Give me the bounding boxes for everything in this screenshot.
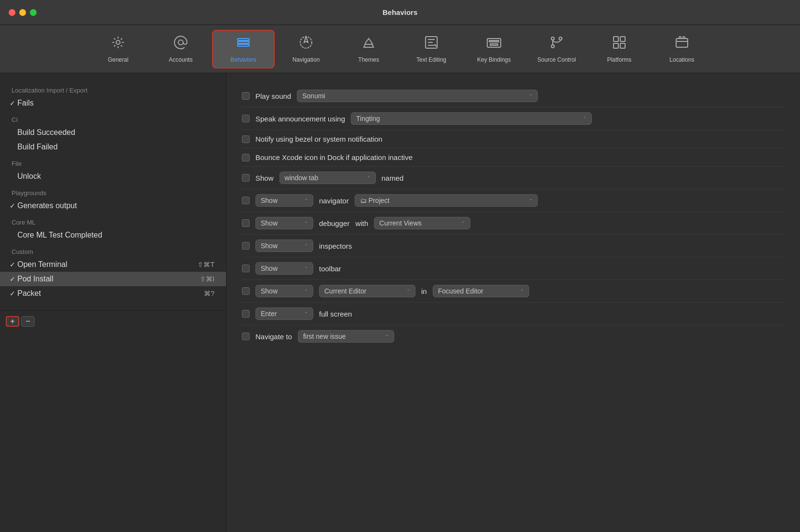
toolbar-item-navigation[interactable]: Navigation bbox=[275, 30, 337, 68]
show-debugger-checkbox[interactable] bbox=[242, 219, 250, 227]
bounce-icon-checkbox[interactable] bbox=[242, 154, 250, 161]
toolbar-item-platforms[interactable]: Platforms bbox=[588, 30, 651, 68]
enter-dropdown[interactable]: Enter ⌃ bbox=[255, 307, 313, 320]
themes-icon bbox=[361, 35, 376, 53]
chevron-icon-5: ⌃ bbox=[529, 198, 533, 203]
sidebar-item-unlock[interactable]: Unlock bbox=[0, 169, 226, 184]
toolbar-item-accounts[interactable]: Accounts bbox=[149, 30, 212, 68]
maximize-button[interactable] bbox=[30, 9, 37, 16]
titlebar: Behaviors bbox=[0, 0, 800, 25]
svg-rect-23 bbox=[613, 43, 618, 48]
focused-editor-value: Focused Editor bbox=[438, 287, 483, 295]
show-dropdown-5[interactable]: Show ⌃ bbox=[255, 262, 313, 275]
play-sound-dropdown[interactable]: Sonumi ⌃ bbox=[297, 90, 538, 102]
sidebar-item-open-terminal[interactable]: ✓ Open Terminal ⇧⌘T bbox=[0, 257, 226, 272]
behavior-show-inspectors: Show ⌃ inspectors bbox=[242, 235, 785, 257]
sidebar-item-pod-install[interactable]: ✓ Pod Install ⇧⌘I bbox=[0, 272, 226, 286]
navigate-to-checkbox[interactable] bbox=[242, 332, 250, 340]
speak-announcement-label: Speak announcement using bbox=[255, 115, 345, 123]
sidebar-section-ci: CI bbox=[0, 110, 226, 125]
show-dropdown-3[interactable]: Show ⌃ bbox=[255, 217, 313, 229]
navigate-to-label: Navigate to bbox=[255, 332, 292, 341]
source-control-icon bbox=[549, 35, 564, 53]
navigator-project-dropdown[interactable]: 🗂 Project ⌃ bbox=[355, 194, 538, 207]
enter-dropdown-value: Enter bbox=[261, 310, 277, 318]
speak-announcement-value: Tingting bbox=[356, 115, 380, 122]
toolbar-item-key-bindings[interactable]: Key Bindings bbox=[463, 30, 525, 68]
toolbar-item-locations[interactable]: Locations bbox=[651, 30, 713, 68]
bounce-icon-label: Bounce Xcode icon in Dock if application… bbox=[255, 153, 413, 161]
close-button[interactable] bbox=[9, 9, 15, 16]
focused-editor-dropdown[interactable]: Focused Editor ⌃ bbox=[433, 285, 529, 297]
remove-behavior-button[interactable]: − bbox=[21, 316, 35, 327]
show-navigator-checkbox[interactable] bbox=[242, 197, 250, 204]
svg-point-0 bbox=[116, 40, 120, 44]
chevron-icon-6: ⌃ bbox=[304, 221, 308, 226]
enter-full-screen-checkbox[interactable] bbox=[242, 310, 250, 318]
gear-icon bbox=[110, 35, 126, 53]
current-editor-dropdown[interactable]: Current Editor ⌃ bbox=[319, 285, 415, 297]
chevron-icon-11: ⌃ bbox=[406, 289, 410, 294]
window-tab-dropdown[interactable]: window tab ⌃ bbox=[280, 172, 376, 184]
toolbar-item-themes[interactable]: Themes bbox=[337, 30, 400, 68]
play-sound-dropdown-value: Sonumi bbox=[302, 92, 325, 100]
notify-bezel-checkbox[interactable] bbox=[242, 135, 250, 143]
show-dropdown-2[interactable]: Show ⌃ bbox=[255, 194, 313, 207]
play-sound-checkbox[interactable] bbox=[242, 92, 250, 100]
sidebar-item-build-succeeded[interactable]: Build Succeeded bbox=[0, 125, 226, 140]
sidebar-section-localization: Localization Import / Export bbox=[0, 81, 226, 96]
behaviors-icon bbox=[236, 35, 251, 53]
text-editing-icon bbox=[424, 35, 439, 53]
main-content: Localization Import / Export ✓ Fails CI … bbox=[0, 73, 800, 532]
navigate-to-value: first new issue bbox=[303, 332, 346, 340]
sidebar-item-generates-output[interactable]: ✓ Generates output bbox=[0, 199, 226, 213]
chevron-icon: ⌃ bbox=[529, 93, 533, 99]
sidebar-bottom-bar: + − bbox=[0, 310, 226, 332]
svg-rect-15 bbox=[491, 40, 493, 42]
sidebar-section-playgrounds: Playgrounds bbox=[0, 184, 226, 199]
show-toolbar-checkbox[interactable] bbox=[242, 265, 250, 272]
svg-point-19 bbox=[551, 45, 554, 48]
show-window-tab-checkbox[interactable] bbox=[242, 174, 250, 182]
check-icon: ✓ bbox=[10, 99, 15, 107]
speak-announcement-checkbox[interactable] bbox=[242, 115, 250, 122]
toolbar-item-navigation-label: Navigation bbox=[293, 56, 320, 63]
svg-rect-17 bbox=[490, 44, 498, 45]
toolbar-item-locations-label: Locations bbox=[669, 56, 694, 63]
toolbar-item-source-control[interactable]: Source Control bbox=[525, 30, 588, 68]
chevron-icon-2: ⌃ bbox=[583, 116, 587, 121]
show-dropdown-4[interactable]: Show ⌃ bbox=[255, 239, 313, 252]
toolbar: General Accounts Behaviors bbox=[0, 25, 800, 73]
chevron-icon-3: ⌃ bbox=[367, 175, 371, 181]
sidebar-item-build-failed[interactable]: Build Failed bbox=[0, 140, 226, 154]
behavior-enter-full-screen: Enter ⌃ full screen bbox=[242, 303, 785, 325]
toolbar-item-general[interactable]: General bbox=[87, 30, 149, 68]
toolbar-item-text-editing[interactable]: Text Editing bbox=[400, 30, 463, 68]
svg-rect-2 bbox=[238, 39, 249, 40]
behavior-show-debugger: Show ⌃ debugger with Current Views ⌃ bbox=[242, 212, 785, 235]
behavior-speak-announcement: Speak announcement using Tingting ⌃ bbox=[242, 107, 785, 130]
in-label: in bbox=[421, 287, 427, 295]
toolbar-item-behaviors[interactable]: Behaviors bbox=[212, 30, 275, 68]
minimize-button[interactable] bbox=[19, 9, 26, 16]
navigate-to-dropdown[interactable]: first new issue ⌃ bbox=[298, 330, 394, 343]
speak-announcement-dropdown[interactable]: Tingting ⌃ bbox=[351, 112, 592, 125]
sidebar-item-packet[interactable]: ✓ Packet ⌘? bbox=[0, 286, 226, 301]
sidebar-item-core-ml-test[interactable]: Core ML Test Completed bbox=[0, 228, 226, 242]
current-views-dropdown[interactable]: Current Views ⌃ bbox=[374, 217, 470, 229]
svg-rect-24 bbox=[620, 43, 625, 48]
behavior-show-toolbar: Show ⌃ toolbar bbox=[242, 257, 785, 280]
debugger-label: debugger bbox=[319, 219, 349, 227]
svg-rect-21 bbox=[613, 37, 618, 41]
chevron-icon-8: ⌃ bbox=[304, 243, 308, 249]
show-editor-checkbox[interactable] bbox=[242, 287, 250, 295]
svg-point-1 bbox=[178, 40, 183, 45]
sidebar-item-fails[interactable]: ✓ Fails bbox=[0, 96, 226, 110]
show-inspectors-checkbox[interactable] bbox=[242, 242, 250, 250]
toolbar-item-general-label: General bbox=[108, 56, 129, 63]
toolbar-item-source-control-label: Source Control bbox=[537, 56, 576, 63]
show-dropdown-6[interactable]: Show ⌃ bbox=[255, 285, 313, 297]
svg-point-20 bbox=[559, 37, 562, 40]
navigator-project-value: 🗂 Project bbox=[360, 197, 389, 204]
add-behavior-button[interactable]: + bbox=[6, 316, 19, 327]
